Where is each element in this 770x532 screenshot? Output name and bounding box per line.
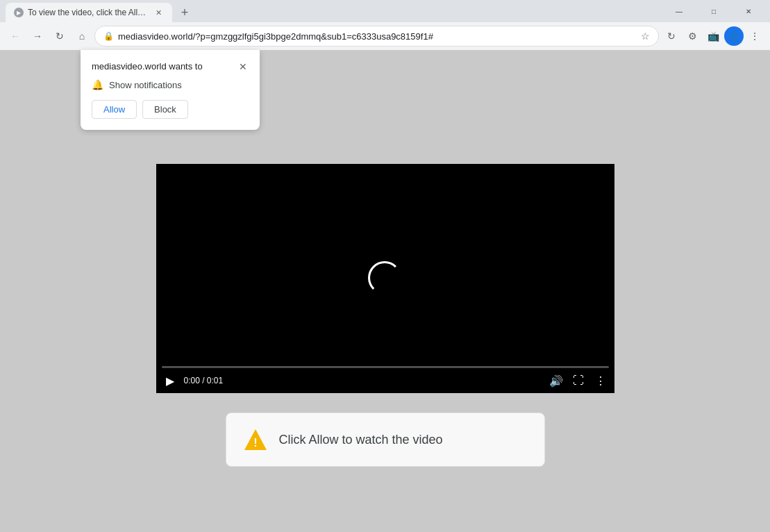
lock-icon: 🔒 (103, 31, 114, 41)
active-tab[interactable]: ▶ To view the video, click the Allow... … (6, 3, 172, 22)
extensions-reload-icon[interactable]: ↻ (662, 26, 681, 46)
bookmark-icon[interactable]: ☆ (641, 31, 650, 42)
block-button[interactable]: Block (142, 100, 188, 119)
home-button[interactable]: ⌂ (72, 26, 92, 46)
back-button[interactable]: ← (6, 26, 25, 46)
window-controls: — □ ✕ (663, 0, 764, 22)
spinner-arc (368, 261, 401, 294)
url-display: mediasvideo.world/?p=gmzggzlfgi5gi3bpge2… (118, 31, 637, 42)
notification-popup: mediasvideo.world wants to ✕ 🔔 Show noti… (81, 50, 260, 130)
tab-strip: ▶ To view the video, click the Allow... … (6, 0, 663, 22)
profile-button[interactable]: 👤 (724, 26, 744, 46)
menu-button[interactable]: ⋮ (745, 26, 764, 46)
new-tab-button[interactable]: + (175, 3, 194, 22)
browser-window: ▶ To view the video, click the Allow... … (0, 0, 770, 532)
controls-right: 🔊 ⛶ ⋮ (548, 372, 609, 389)
forward-button[interactable]: → (28, 26, 47, 46)
extensions-icon[interactable]: ⚙ (683, 26, 702, 46)
volume-button[interactable]: 🔊 (548, 372, 564, 389)
popup-close-button[interactable]: ✕ (237, 61, 249, 72)
popup-permission-row: 🔔 Show notifications (92, 79, 249, 90)
permission-text: Show notifications (109, 80, 182, 90)
close-button[interactable]: ✕ (733, 0, 764, 22)
maximize-button[interactable]: □ (698, 0, 730, 22)
video-player: ▶ 0:00 / 0:01 🔊 ⛶ ⋮ (156, 164, 614, 393)
warning-text: Click Allow to watch the video (279, 433, 443, 447)
warning-icon: ! (243, 427, 268, 452)
popup-title: mediasvideo.world wants to (92, 61, 203, 72)
bell-icon: 🔔 (92, 79, 103, 90)
reload-button[interactable]: ↻ (50, 26, 69, 46)
video-spinner (368, 261, 403, 296)
time-display: 0:00 / 0:01 (184, 376, 224, 385)
controls-left: ▶ 0:00 / 0:01 (162, 372, 224, 389)
warning-box: ! Click Allow to watch the video (226, 413, 545, 467)
tab-close-button[interactable]: ✕ (153, 7, 164, 18)
allow-button[interactable]: Allow (92, 100, 137, 119)
cast-icon[interactable]: 📺 (703, 26, 723, 46)
tab-title: To view the video, click the Allow... (28, 8, 149, 17)
title-bar: ▶ To view the video, click the Allow... … (0, 0, 770, 22)
fullscreen-button[interactable]: ⛶ (570, 372, 587, 389)
svg-text:!: ! (253, 437, 257, 449)
video-controls: ▶ 0:00 / 0:01 🔊 ⛶ ⋮ (156, 354, 614, 393)
nav-bar: ← → ↻ ⌂ 🔒 mediasvideo.world/?p=gmzggzlfg… (0, 22, 770, 50)
popup-header: mediasvideo.world wants to ✕ (92, 61, 249, 72)
omnibox[interactable]: 🔒 mediasvideo.world/?p=gmzggzlfgi5gi3bpg… (94, 26, 659, 47)
tab-favicon: ▶ (14, 8, 24, 17)
more-options-button[interactable]: ⋮ (592, 372, 609, 389)
page-content: mediasvideo.world wants to ✕ 🔔 Show noti… (0, 50, 770, 532)
popup-buttons: Allow Block (92, 100, 249, 119)
play-button[interactable]: ▶ (162, 372, 178, 389)
progress-bar[interactable] (162, 366, 609, 368)
controls-row: ▶ 0:00 / 0:01 🔊 ⛶ ⋮ (162, 372, 609, 389)
browser-actions: ↻ ⚙ 📺 👤 ⋮ (662, 26, 764, 46)
minimize-button[interactable]: — (663, 0, 695, 22)
